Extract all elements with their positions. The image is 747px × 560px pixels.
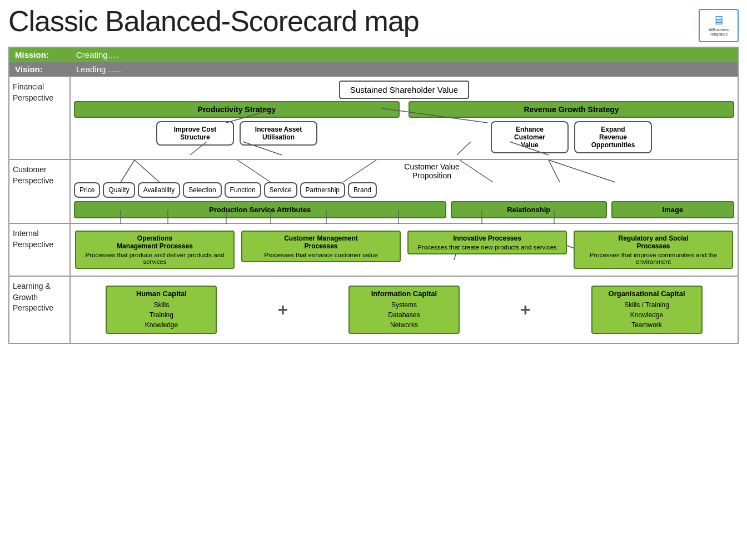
internal-boxes: OperationsManagement Processes Processes… — [74, 228, 734, 271]
lg-org-item-3: Teamwork — [598, 320, 696, 330]
internal-regulatory-title: Regulatory and SocialProcesses — [578, 234, 729, 250]
lg-content: Human Capital Skills Training Knowledge … — [73, 281, 735, 338]
attributes-row: Price Quality Availability Selection Fun… — [74, 182, 734, 198]
vision-value: Leading ….. — [76, 64, 121, 74]
customer-perspective-label: CustomerPerspective — [9, 160, 71, 223]
lg-org-item-1: Skills / Training — [598, 300, 696, 310]
relationship-label: Relationship — [451, 201, 607, 218]
revenue-boxes: Enhance Customer Value Expand Revenue Op… — [491, 121, 652, 153]
vision-row: Vision: Leading ….. — [9, 62, 738, 77]
attr-availability: Availability — [138, 182, 180, 198]
lg-human-title: Human Capital — [112, 289, 210, 298]
lg-info-title: Information Capital — [355, 289, 453, 298]
financial-perspective-label: FinancialPerspective — [9, 77, 71, 159]
internal-custmgmt-desc: Processes that enhance customer value — [246, 252, 396, 258]
prod-service-label: Production Service Attributes — [74, 201, 446, 218]
ssv-container: Sustained Shareholder Value — [74, 81, 734, 99]
attr-service: Service — [264, 182, 297, 198]
customer-perspective-content: Customer ValueProposition Price Quality … — [71, 160, 738, 223]
logo-box: 🖥 AllBusinessTemplates — [699, 9, 739, 42]
attr-price: Price — [74, 182, 100, 198]
attr-quality: Quality — [103, 182, 135, 198]
customer-green-row: Production Service Attributes Relationsh… — [74, 201, 734, 218]
svg-line-6 — [121, 160, 135, 182]
diagram-container: Mission: Creating…. Vision: Leading ….. … — [8, 47, 739, 344]
internal-box-regulatory: Regulatory and SocialProcesses Processes… — [574, 231, 733, 269]
financial-perspective-row: FinancialPerspective — [9, 77, 738, 160]
productivity-strategy-block: Productivity Strategy Improve Cost Struc… — [74, 101, 400, 153]
enhance-customer-box: Enhance Customer Value — [491, 121, 569, 153]
productivity-boxes: Improve Cost Structure Increase Asset Ut… — [156, 121, 317, 146]
internal-innovative-desc: Processes that create new products and s… — [412, 244, 562, 251]
strategies-row: Productivity Strategy Improve Cost Struc… — [74, 101, 734, 153]
page-wrapper: Classic Balanced-Scorecard map 🖥 AllBusi… — [0, 0, 747, 349]
ssv-box: Sustained Shareholder Value — [339, 81, 469, 99]
logo-icon: 🖥 — [713, 14, 725, 27]
page-title: Classic Balanced-Scorecard map — [8, 6, 419, 37]
lg-org-title: Organisational Capital — [598, 289, 696, 298]
internal-perspective-row: InternalPerspective OperationsManagement… — [9, 224, 738, 277]
lg-info-item-3: Networks — [355, 320, 453, 330]
lg-box-information: Information Capital Systems Databases Ne… — [348, 286, 460, 334]
lg-human-item-2: Training — [112, 310, 210, 320]
expand-revenue-box: Expand Revenue Opportunities — [574, 121, 652, 153]
vision-label: Vision: — [15, 64, 65, 74]
productivity-strategy-label: Productivity Strategy — [74, 101, 400, 118]
internal-box-customer-mgmt: Customer ManagementProcesses Processes t… — [241, 231, 401, 262]
lg-human-item-1: Skills — [112, 300, 210, 310]
internal-perspective-content: OperationsManagement Processes Processes… — [71, 224, 738, 276]
internal-innovative-title: Innovative Processes — [412, 234, 562, 242]
learning-perspective-content: Human Capital Skills Training Knowledge … — [71, 277, 738, 343]
attr-function: Function — [225, 182, 261, 198]
lg-info-item-2: Databases — [355, 310, 453, 320]
learning-perspective-label: Learning &GrowthPerspective — [9, 277, 71, 343]
attr-selection: Selection — [183, 182, 221, 198]
lg-info-item-1: Systems — [355, 300, 453, 310]
svg-line-7 — [135, 160, 160, 182]
attr-brand: Brand — [348, 182, 377, 198]
revenue-strategy-block: Revenue Growth Strategy Enhance Customer… — [409, 101, 734, 153]
attr-partnership: Partnership — [300, 182, 345, 198]
internal-custmgmt-title: Customer ManagementProcesses — [246, 234, 396, 250]
lg-human-item-3: Knowledge — [112, 320, 210, 330]
internal-ops-title: OperationsManagement Processes — [79, 234, 230, 250]
svg-line-8 — [237, 160, 271, 182]
plus-sign-1: + — [272, 299, 293, 320]
revenue-strategy-label: Revenue Growth Strategy — [409, 101, 734, 118]
internal-box-innovative: Innovative Processes Processes that crea… — [407, 231, 567, 254]
image-label: Image — [611, 201, 734, 218]
improve-cost-box: Improve Cost Structure — [156, 121, 234, 146]
internal-regulatory-desc: Processes that improve communities and t… — [578, 252, 729, 265]
mission-label: Mission: — [15, 50, 65, 59]
learning-perspective-row: Learning &GrowthPerspective Human Capita… — [9, 277, 738, 343]
mission-value: Creating…. — [76, 50, 118, 59]
plus-sign-2: + — [515, 299, 536, 320]
increase-asset-box: Increase Asset Utilisation — [240, 121, 317, 146]
lg-box-human: Human Capital Skills Training Knowledge — [106, 286, 217, 334]
customer-perspective-row: CustomerPerspective — [9, 160, 738, 224]
mission-row: Mission: Creating…. — [9, 48, 738, 62]
internal-ops-desc: Processes that produce and deliver produ… — [79, 252, 230, 265]
internal-perspective-label: InternalPerspective — [9, 224, 71, 276]
financial-perspective-content: Sustained Shareholder Value Productivity… — [71, 77, 738, 159]
cvp-label: Customer ValueProposition — [274, 162, 590, 180]
lg-org-item-2: Knowledge — [598, 310, 696, 320]
header-row: Classic Balanced-Scorecard map 🖥 AllBusi… — [8, 6, 739, 42]
logo-text: AllBusinessTemplates — [709, 28, 729, 37]
lg-box-organisational: Organisational Capital Skills / Training… — [591, 286, 703, 334]
internal-box-operations: OperationsManagement Processes Processes… — [75, 231, 235, 269]
